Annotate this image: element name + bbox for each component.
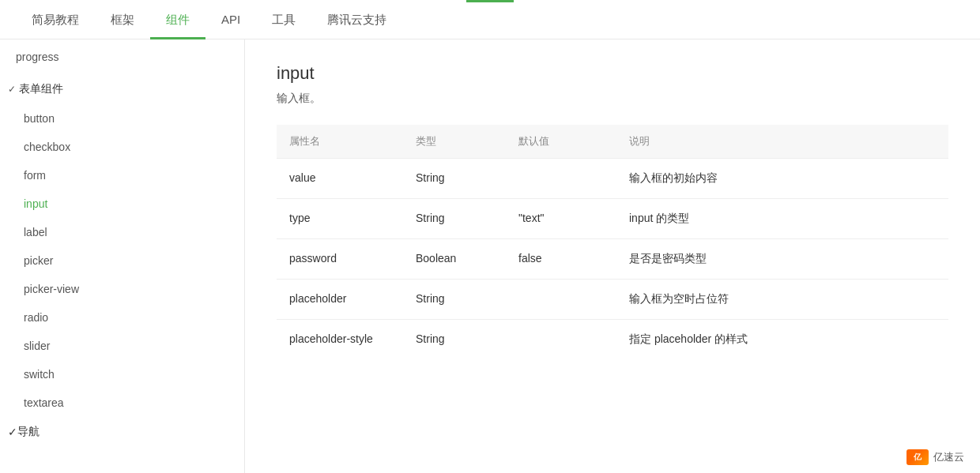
cell-type: String bbox=[403, 159, 506, 199]
cell-name: type bbox=[277, 199, 403, 239]
cell-name: placeholder bbox=[277, 280, 403, 320]
cell-default bbox=[506, 280, 616, 320]
table-header-row: 属性名 类型 默认值 说明 bbox=[277, 125, 948, 159]
sidebar-item-picker[interactable]: picker bbox=[0, 246, 244, 275]
sidebar-item-textarea[interactable]: textarea bbox=[0, 389, 244, 417]
sidebar-form-group[interactable]: ✓ 表单组件 bbox=[0, 74, 244, 104]
cell-type: String bbox=[403, 280, 506, 320]
cell-desc: input 的类型 bbox=[616, 199, 948, 239]
cell-default bbox=[506, 320, 616, 360]
sidebar-nav-group[interactable]: ✓ 导航 bbox=[0, 417, 244, 447]
logo-icon-text: 亿 bbox=[914, 452, 922, 463]
cell-default: "text" bbox=[506, 199, 616, 239]
cell-name: value bbox=[277, 159, 403, 199]
nav-arrow-icon: ✓ bbox=[8, 426, 17, 438]
sidebar-item-switch[interactable]: switch bbox=[0, 360, 244, 389]
col-header-default: 默认值 bbox=[506, 125, 616, 159]
page-description: 输入框。 bbox=[277, 92, 948, 106]
table-row: placeholder String 输入框为空时占位符 bbox=[277, 280, 948, 320]
nav-group-label: 导航 bbox=[17, 425, 40, 439]
page-title: input bbox=[277, 63, 948, 84]
logo-icon: 亿 bbox=[906, 449, 929, 465]
logo-area: 亿 亿速云 bbox=[906, 449, 964, 465]
main-layout: progress ✓ 表单组件 button checkbox form inp… bbox=[0, 39, 980, 473]
nav-item-gongju[interactable]: 工具 bbox=[256, 0, 311, 39]
cell-default bbox=[506, 159, 616, 199]
logo-label: 亿速云 bbox=[933, 450, 964, 464]
col-header-desc: 说明 bbox=[616, 125, 948, 159]
cell-type: Boolean bbox=[403, 239, 506, 280]
nav-item-kuangjia[interactable]: 框架 bbox=[95, 0, 150, 39]
content-area: input 输入框。 属性名 类型 默认值 说明 value String 输入… bbox=[245, 39, 980, 473]
sidebar-collapse-button[interactable]: ‹ bbox=[244, 241, 245, 272]
nav-item-jianyijiaocheng[interactable]: 简易教程 bbox=[16, 0, 95, 39]
col-header-type: 类型 bbox=[403, 125, 506, 159]
cell-name: password bbox=[277, 239, 403, 280]
sidebar-item-progress[interactable]: progress bbox=[0, 39, 244, 74]
cell-desc: 是否是密码类型 bbox=[616, 239, 948, 280]
cell-desc: 指定 placeholder 的样式 bbox=[616, 320, 948, 360]
table-row: placeholder-style String 指定 placeholder … bbox=[277, 320, 948, 360]
sidebar-item-form[interactable]: form bbox=[0, 161, 244, 190]
cell-type: String bbox=[403, 199, 506, 239]
sidebar-item-input[interactable]: input bbox=[0, 190, 244, 218]
sidebar-item-label[interactable]: label bbox=[0, 218, 244, 246]
sidebar: progress ✓ 表单组件 button checkbox form inp… bbox=[0, 39, 245, 473]
table-row: value String 输入框的初始内容 bbox=[277, 159, 948, 199]
nav-item-api[interactable]: API bbox=[205, 0, 256, 39]
form-group-label: 表单组件 bbox=[19, 82, 63, 96]
cell-desc: 输入框的初始内容 bbox=[616, 159, 948, 199]
nav-item-zujian[interactable]: 组件 bbox=[150, 0, 205, 39]
cell-default: false bbox=[506, 239, 616, 280]
table-row: type String "text" input 的类型 bbox=[277, 199, 948, 239]
sidebar-item-slider[interactable]: slider bbox=[0, 332, 244, 360]
top-nav: 简易教程 框架 组件 API 工具 腾讯云支持 bbox=[0, 0, 980, 39]
sidebar-item-checkbox[interactable]: checkbox bbox=[0, 133, 244, 161]
sidebar-item-button[interactable]: button bbox=[0, 104, 244, 133]
nav-item-tengxunyun[interactable]: 腾讯云支持 bbox=[311, 0, 402, 39]
col-header-name: 属性名 bbox=[277, 125, 403, 159]
sidebar-item-picker-view[interactable]: picker-view bbox=[0, 275, 244, 303]
cell-desc: 输入框为空时占位符 bbox=[616, 280, 948, 320]
arrow-icon: ✓ bbox=[8, 84, 16, 95]
cell-name: placeholder-style bbox=[277, 320, 403, 360]
table-row: password Boolean false 是否是密码类型 bbox=[277, 239, 948, 280]
sidebar-item-radio[interactable]: radio bbox=[0, 303, 244, 332]
api-table: 属性名 类型 默认值 说明 value String 输入框的初始内容 type… bbox=[277, 125, 948, 359]
cell-type: String bbox=[403, 320, 506, 360]
